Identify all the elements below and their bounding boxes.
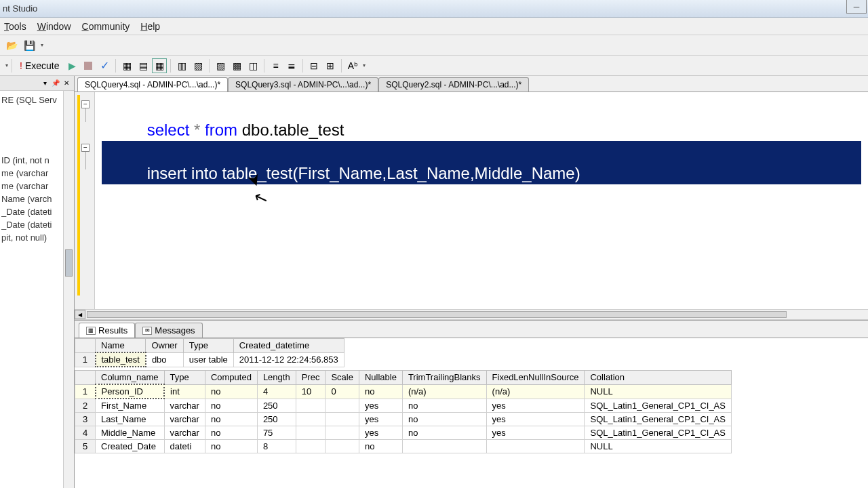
cell[interactable]: dbo — [146, 352, 183, 367]
save-icon[interactable]: 💾 — [22, 38, 37, 53]
table-row[interactable]: 4Middle_Namevarcharno75yesnoyesSQL_Latin… — [75, 426, 732, 440]
cell[interactable]: dateti — [164, 440, 205, 453]
cell[interactable]: yes — [486, 413, 585, 426]
column-header[interactable]: FixedLenNullInSource — [486, 371, 585, 385]
results-grid-2[interactable]: Column_nameTypeComputedLengthPrecScaleNu… — [75, 370, 732, 453]
cell[interactable]: no — [359, 384, 402, 399]
tab-sqlquery2[interactable]: SQLQuery2.sql - ADMIN-PC\...\ad...)* — [378, 77, 529, 92]
cell[interactable]: user table — [183, 352, 233, 367]
cell[interactable]: 2011-12-12 22:24:56.853 — [233, 352, 344, 367]
cell[interactable]: table_test — [96, 352, 146, 367]
cell[interactable]: yes — [359, 413, 402, 426]
cell[interactable] — [296, 426, 326, 440]
cell[interactable]: no — [205, 413, 257, 426]
toolbar-overflow-icon[interactable]: ▾ — [361, 62, 366, 68]
tree-column-node[interactable]: me (varchar — [1, 167, 73, 180]
cell[interactable] — [296, 440, 326, 453]
cell[interactable]: Last_Name — [96, 413, 165, 426]
cell[interactable] — [402, 440, 486, 453]
row-number[interactable]: 4 — [75, 426, 96, 440]
column-header[interactable]: Column_name — [96, 371, 165, 385]
table-row[interactable]: 1Person_IDintno4100no(n/a)(n/a)NULL — [75, 384, 732, 399]
sql-editor[interactable]: − − select * from dbo.table_test insert … — [75, 92, 868, 309]
cell[interactable]: First_Name — [96, 399, 165, 413]
cell[interactable]: (n/a) — [402, 384, 486, 399]
tab-messages[interactable]: ✉ Messages — [135, 323, 202, 338]
execute-button[interactable]: ! Execute — [16, 59, 63, 73]
toolbar-dropdown-icon[interactable]: ▾ — [39, 42, 43, 48]
scrollbar-thumb[interactable] — [65, 249, 73, 277]
row-number[interactable]: 5 — [75, 440, 96, 453]
vertical-scrollbar[interactable] — [63, 91, 74, 488]
fold-toggle-icon[interactable]: − — [81, 100, 90, 108]
autohide-icon[interactable]: 📌 — [51, 79, 60, 88]
column-header[interactable]: Type — [164, 371, 205, 385]
cell[interactable]: no — [205, 384, 257, 399]
cell[interactable]: NULL — [585, 440, 731, 453]
minimize-button[interactable]: ─ — [846, 0, 867, 14]
cell[interactable]: varchar — [164, 413, 205, 426]
cell[interactable]: 250 — [257, 413, 296, 426]
tool-icon[interactable]: ◫ — [245, 58, 260, 73]
tree-server-node[interactable]: RE (SQL Serv — [1, 94, 73, 106]
tree-column-node[interactable]: pit, not null) — [1, 231, 73, 244]
column-header[interactable]: TrimTrailingBlanks — [402, 371, 486, 385]
table-row[interactable]: 3Last_Namevarcharno250yesnoyesSQL_Latin1… — [75, 413, 732, 426]
indent-icon[interactable]: ≡ — [268, 58, 283, 73]
open-icon[interactable]: 📂 — [4, 38, 19, 53]
cell[interactable]: no — [205, 440, 257, 453]
cell[interactable]: Created_Date — [96, 440, 165, 453]
cell[interactable]: int — [164, 384, 205, 399]
column-header[interactable]: Collation — [585, 371, 731, 385]
table-row[interactable]: 2First_Namevarcharno250yesnoyesSQL_Latin… — [75, 399, 732, 413]
stop-icon[interactable] — [81, 58, 96, 73]
row-number[interactable]: 2 — [75, 399, 96, 413]
tool-icon[interactable]: ▨ — [213, 58, 228, 73]
pin-icon[interactable]: ▾ — [40, 79, 50, 88]
outdent-icon[interactable]: ≣ — [284, 58, 299, 73]
column-header[interactable] — [75, 339, 96, 353]
row-number[interactable]: 1 — [75, 384, 96, 399]
cell[interactable]: SQL_Latin1_General_CP1_CI_AS — [585, 399, 731, 413]
cell[interactable]: no — [359, 440, 402, 453]
cell[interactable] — [296, 399, 326, 413]
menu-tools[interactable]: Tools — [4, 21, 26, 32]
cell[interactable] — [326, 399, 359, 413]
cell[interactable]: (n/a) — [486, 384, 585, 399]
results-grid-1[interactable]: NameOwnerTypeCreated_datetime1table_test… — [75, 338, 344, 367]
menu-help[interactable]: Help — [140, 21, 160, 32]
cell[interactable]: yes — [359, 399, 402, 413]
results-grids[interactable]: NameOwnerTypeCreated_datetime1table_test… — [75, 338, 868, 488]
tab-sqlquery3[interactable]: SQLQuery3.sql - ADMIN-PC\...\ad...)* — [228, 77, 378, 92]
cell[interactable]: varchar — [164, 399, 205, 413]
database-dropdown-icon[interactable]: ▾ — [4, 62, 8, 68]
tab-results[interactable]: ▦ Results — [79, 323, 135, 338]
cell[interactable]: 250 — [257, 399, 296, 413]
cell[interactable]: yes — [486, 426, 585, 440]
column-header[interactable]: Name — [96, 339, 146, 353]
tool-icon[interactable]: ▩ — [229, 58, 244, 73]
cell[interactable]: Person_ID — [96, 384, 165, 399]
cell[interactable]: SQL_Latin1_General_CP1_CI_AS — [585, 426, 731, 440]
cell[interactable]: NULL — [585, 384, 731, 399]
cell[interactable]: yes — [359, 426, 402, 440]
table-row[interactable]: 5Created_Datedatetino8noNULL — [75, 440, 732, 453]
tool-icon[interactable]: ▧ — [191, 58, 205, 73]
row-number[interactable]: 3 — [75, 413, 96, 426]
scroll-left-icon[interactable]: ◀ — [75, 310, 85, 319]
parse-icon[interactable]: ✓ — [97, 58, 112, 73]
column-header[interactable]: Scale — [326, 371, 359, 385]
results-grid-icon[interactable]: ▦ — [152, 58, 167, 73]
cell[interactable] — [486, 440, 585, 453]
column-header[interactable]: Computed — [205, 371, 257, 385]
cell[interactable]: 8 — [257, 440, 296, 453]
horizontal-scrollbar[interactable]: ◀ — [75, 309, 868, 320]
uncomment-icon[interactable]: ⊞ — [323, 58, 338, 73]
tree-column-node[interactable]: ID (int, not n — [1, 154, 73, 167]
tree-column-node[interactable]: _Date (dateti — [1, 205, 73, 218]
cell[interactable] — [326, 413, 359, 426]
cell[interactable] — [326, 426, 359, 440]
column-header[interactable]: Length — [257, 371, 296, 385]
column-header[interactable]: Type — [183, 339, 233, 353]
include-plan-icon[interactable]: ▤ — [136, 58, 151, 73]
